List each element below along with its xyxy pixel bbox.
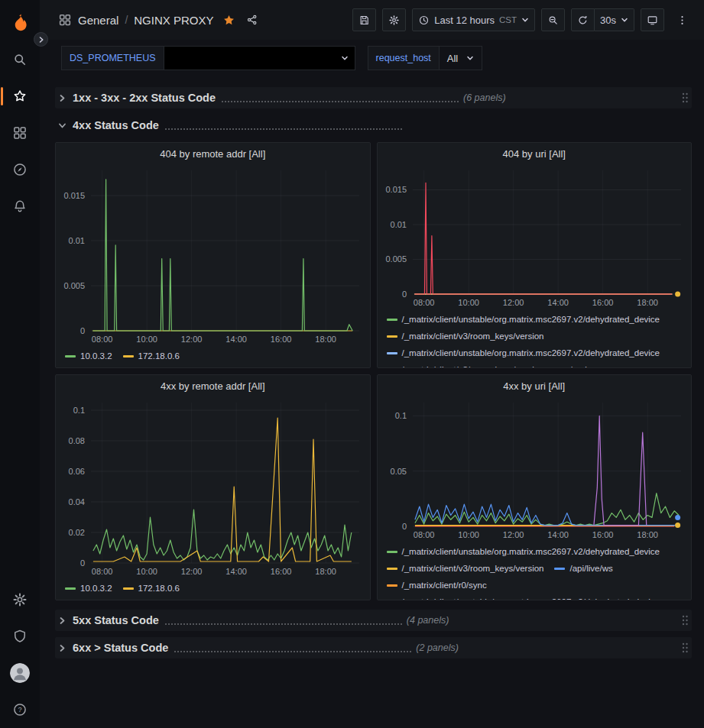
- alerting-icon: [12, 199, 28, 214]
- panel-title[interactable]: 404 by uri [All]: [378, 143, 692, 164]
- save-dashboard-button[interactable]: [352, 8, 376, 31]
- navbar-actions: Last 12 hours CST 30s: [352, 8, 693, 31]
- time-range-picker[interactable]: Last 12 hours CST: [412, 8, 535, 31]
- sidebar-item-server-admin[interactable]: [0, 618, 40, 655]
- svg-text:0.04: 0.04: [69, 497, 85, 506]
- row-header-6xx[interactable]: 6xx > Status Code (2 panels): [55, 637, 692, 658]
- panel-title[interactable]: 4xx by remote addr [All]: [56, 375, 370, 396]
- chart-4xx-by-uri[interactable]: 08:0010:0012:0014:0016:0018:0000.050.1: [378, 396, 692, 542]
- sidebar-item-explore[interactable]: [0, 151, 40, 188]
- sidebar-item-configuration[interactable]: [0, 581, 40, 618]
- row-header-5xx[interactable]: 5xx Status Code (4 panels): [55, 610, 692, 631]
- explore-icon: [12, 162, 28, 177]
- chart-404-by-uri[interactable]: 08:0010:0012:0014:0016:0018:0000.0050.01…: [378, 164, 692, 309]
- svg-text:0: 0: [401, 290, 406, 299]
- row-dotted-leader: [165, 623, 402, 625]
- svg-text:12:00: 12:00: [502, 530, 524, 539]
- svg-text:16:00: 16:00: [271, 567, 292, 576]
- dashboard-title[interactable]: NGINX PROXY: [134, 14, 213, 27]
- svg-text:0.06: 0.06: [69, 467, 85, 476]
- refresh-button[interactable]: [571, 8, 595, 31]
- legend-item[interactable]: /_matrix/client/v3/room_keys/version: [387, 328, 544, 345]
- row-dotted-leader: [174, 651, 411, 652]
- legend-item[interactable]: /_matrix/client/v3/room_keys/version: [387, 361, 544, 367]
- ds-prometheus-value-dropdown[interactable]: [164, 46, 355, 70]
- kebab-menu-button[interactable]: [670, 8, 693, 31]
- legend-item[interactable]: 10.0.3.2: [65, 348, 112, 364]
- svg-text:0.005: 0.005: [63, 281, 85, 290]
- row-title: 5xx Status Code: [73, 614, 159, 626]
- sidebar-item-search[interactable]: [0, 41, 40, 78]
- drag-handle-icon[interactable]: [681, 642, 689, 654]
- panel-title[interactable]: 4xx by uri [All]: [378, 375, 692, 396]
- legend-item[interactable]: /_matrix/client/unstable/org.matrix.msc2…: [387, 311, 660, 328]
- svg-text:18:00: 18:00: [315, 567, 336, 576]
- legend-item[interactable]: /_matrix/client/unstable/org.matrix.msc2…: [387, 594, 660, 600]
- svg-text:12:00: 12:00: [181, 335, 203, 344]
- sidebar-item-dashboards[interactable]: [0, 115, 40, 151]
- legend-item[interactable]: /_matrix/client/unstable/org.matrix.msc2…: [387, 345, 660, 361]
- help-icon: ?: [12, 702, 28, 717]
- refresh-icon: [577, 15, 589, 26]
- legend-item[interactable]: /sw.js: [554, 361, 591, 367]
- zoom-out-button[interactable]: [541, 8, 565, 31]
- legend-item[interactable]: /_matrix/client/unstable/org.matrix.msc2…: [387, 543, 660, 560]
- row-title: 6xx > Status Code: [73, 642, 168, 654]
- panel-legend: /_matrix/client/unstable/org.matrix.msc2…: [378, 542, 692, 600]
- svg-text:?: ?: [18, 706, 21, 713]
- legend-item[interactable]: /api/live/ws: [554, 560, 612, 577]
- user-avatar: [10, 663, 30, 683]
- row-header-1xx-3xx-2xx[interactable]: 1xx - 3xx - 2xx Status Code (6 panels): [55, 87, 692, 108]
- favorite-star-icon[interactable]: [222, 14, 235, 27]
- time-range-label: Last 12 hours: [434, 15, 495, 26]
- request-host-value-dropdown[interactable]: All: [440, 46, 482, 70]
- save-icon: [358, 15, 370, 26]
- svg-text:08:00: 08:00: [92, 567, 113, 576]
- tv-icon: [647, 15, 658, 26]
- request-host-label: request_host: [368, 46, 440, 70]
- sidebar-item-starred[interactable]: [0, 78, 40, 115]
- starred-icon: [12, 89, 28, 104]
- share-icon[interactable]: [246, 14, 258, 26]
- row-header-4xx[interactable]: 4xx Status Code: [55, 115, 692, 136]
- svg-text:18:00: 18:00: [315, 335, 336, 344]
- clock-icon: [418, 15, 430, 26]
- chart-404-by-remote-addr[interactable]: 08:0010:0012:0014:0016:0018:0000.0050.01…: [56, 164, 370, 346]
- svg-text:16:00: 16:00: [271, 335, 292, 344]
- sidebar-expand-button[interactable]: [34, 32, 48, 47]
- chevron-right-icon: [58, 94, 67, 102]
- panel-4xx-by-uri: 4xx by uri [All] 08:0010:0012:0014:0016:…: [377, 374, 693, 600]
- legend-item[interactable]: 10.0.3.2: [65, 580, 112, 597]
- svg-text:0.02: 0.02: [69, 528, 85, 537]
- legend-item[interactable]: /_matrix/client/r0/sync: [387, 577, 487, 594]
- panel-title[interactable]: 404 by remote addr [All]: [56, 143, 370, 164]
- breadcrumb-folder[interactable]: General: [78, 14, 118, 27]
- refresh-interval-label: 30s: [600, 15, 616, 26]
- sidebar-item-help[interactable]: ?: [0, 691, 40, 728]
- svg-text:14:00: 14:00: [547, 530, 569, 539]
- breadcrumb: General / NGINX PROXY: [58, 13, 258, 27]
- svg-text:0: 0: [80, 558, 85, 568]
- legend-item[interactable]: 172.18.0.6: [123, 580, 180, 597]
- svg-text:18:00: 18:00: [637, 530, 658, 539]
- svg-text:08:00: 08:00: [92, 335, 113, 344]
- svg-text:0.005: 0.005: [385, 254, 407, 264]
- legend-item[interactable]: /_matrix/client/v3/room_keys/version: [387, 560, 544, 577]
- panel-4xx-by-remote-addr: 4xx by remote addr [All] 08:0010:0012:00…: [55, 374, 371, 600]
- admin-icon: [12, 629, 28, 644]
- settings-icon: [12, 592, 28, 607]
- breadcrumb-separator: /: [125, 14, 128, 26]
- sidebar-item-alerting[interactable]: [0, 188, 40, 225]
- svg-text:12:00: 12:00: [181, 567, 203, 576]
- dashboard-settings-button[interactable]: [382, 8, 406, 31]
- legend-item[interactable]: 172.18.0.6: [123, 348, 180, 364]
- tv-mode-button[interactable]: [641, 8, 664, 31]
- sidebar-item-profile[interactable]: [0, 655, 40, 691]
- caret-down-icon: [466, 54, 474, 62]
- zoom-out-icon: [547, 15, 559, 26]
- drag-handle-icon[interactable]: [681, 614, 689, 626]
- drag-handle-icon[interactable]: [681, 92, 689, 104]
- chart-4xx-by-remote-addr[interactable]: 08:0010:0012:0014:0016:0018:0000.020.040…: [56, 396, 370, 578]
- refresh-interval-picker[interactable]: 30s: [595, 8, 634, 31]
- svg-text:0.01: 0.01: [390, 220, 406, 229]
